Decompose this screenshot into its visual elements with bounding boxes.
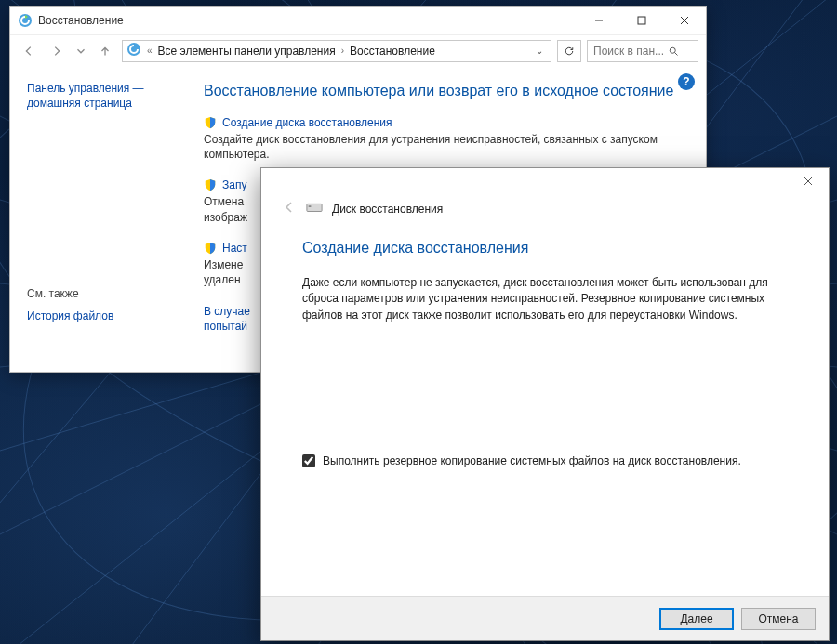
address-dropdown-icon[interactable]: ⌄	[536, 46, 543, 56]
wz-close-button[interactable]	[790, 170, 827, 192]
maximize-button[interactable]	[620, 7, 663, 34]
cp-desc-create-recovery: Создайте диск восстановления для устране…	[204, 132, 684, 162]
wz-heading: Создание диска восстановления	[302, 240, 788, 256]
wz-header: Диск восстановления	[261, 194, 829, 217]
breadcrumb-back-chevron[interactable]: «	[147, 46, 153, 56]
uac-shield-icon	[204, 116, 217, 129]
nav-up-button[interactable]	[94, 40, 116, 62]
cp-item-create-recovery: Создание диска восстановления Создайте д…	[204, 116, 684, 162]
uac-shield-icon	[204, 178, 217, 191]
svg-point-6	[670, 47, 675, 53]
cp-navbar: « Все элементы панели управления › Восст…	[10, 34, 706, 66]
sidebar-see-also-label: См. также	[27, 287, 176, 300]
close-button[interactable]	[663, 7, 706, 34]
wz-backup-checkbox-label[interactable]: Выполнить резервное копирование системны…	[323, 453, 741, 468]
wz-paragraph: Даже если компьютер не запускается, диск…	[302, 275, 788, 323]
cp-link-create-recovery[interactable]: Создание диска восстановления	[222, 116, 392, 129]
wz-header-title: Диск восстановления	[332, 203, 443, 216]
nav-forward-button[interactable]	[46, 40, 68, 62]
wz-next-button[interactable]: Далее	[659, 608, 734, 630]
breadcrumb-item-recovery[interactable]: Восстановление	[350, 45, 435, 58]
minimize-button[interactable]	[578, 7, 620, 34]
svg-rect-4	[638, 17, 645, 24]
cp-window-title: Восстановление	[38, 14, 578, 27]
cp-sidebar: Панель управления — домашняя страница См…	[10, 66, 187, 372]
breadcrumb-separator-icon: ›	[341, 46, 344, 56]
help-icon[interactable]: ?	[678, 73, 695, 90]
svg-rect-7	[307, 204, 322, 211]
uac-shield-icon	[204, 242, 217, 255]
address-bar[interactable]: « Все элементы панели управления › Восст…	[122, 40, 551, 62]
wz-cancel-button[interactable]: Отмена	[741, 608, 816, 630]
wz-footer: Далее Отмена	[261, 596, 829, 640]
recovery-small-icon	[126, 42, 141, 59]
wz-body: Создание диска восстановления Даже если …	[261, 217, 829, 596]
cp-titlebar[interactable]: Восстановление	[10, 7, 706, 34]
search-icon	[668, 46, 679, 57]
nav-recent-button[interactable]	[73, 40, 88, 62]
sidebar-file-history-link[interactable]: История файлов	[27, 309, 176, 322]
wz-back-button	[282, 200, 297, 217]
svg-rect-8	[309, 205, 312, 207]
sidebar-home-link[interactable]: Панель управления — домашняя страница	[27, 81, 176, 111]
breadcrumb-item-all[interactable]: Все элементы панели управления	[158, 45, 336, 58]
drive-icon	[306, 201, 323, 217]
nav-back-button[interactable]	[18, 40, 40, 62]
search-box[interactable]: Поиск в пан...	[587, 40, 698, 62]
recovery-app-icon	[18, 13, 33, 28]
search-placeholder: Поиск в пан...	[593, 45, 664, 58]
recovery-wizard-window: Диск восстановления Создание диска восст…	[260, 167, 830, 641]
cp-link-configure[interactable]: Наст	[222, 242, 247, 255]
wz-backup-checkbox[interactable]	[302, 454, 315, 467]
wz-titlebar[interactable]	[261, 168, 829, 194]
cp-link-restore[interactable]: Запу	[222, 178, 246, 191]
refresh-button[interactable]	[557, 40, 581, 62]
cp-main-heading: Восстановление компьютера или возврат ег…	[204, 83, 684, 99]
